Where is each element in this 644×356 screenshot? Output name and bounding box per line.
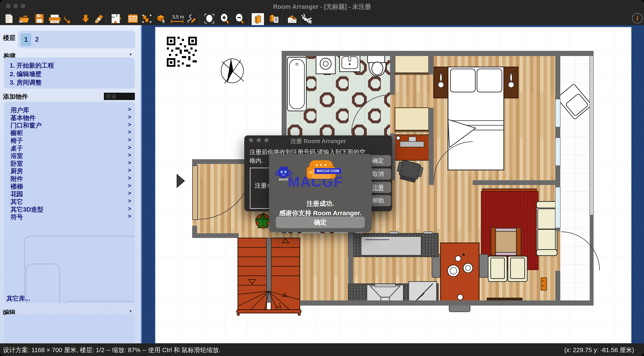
qr-code xyxy=(166,36,198,68)
success-ok-button[interactable]: 确定 xyxy=(276,217,365,228)
info-icon[interactable]: i xyxy=(632,13,643,23)
title-bar: Room Arranger - [无标题] - 未注册 xyxy=(0,0,644,12)
building-levels-icon[interactable] xyxy=(268,13,280,25)
room-plan-icon[interactable] xyxy=(110,13,122,25)
category-symbols[interactable]: 符号> xyxy=(10,213,133,221)
status-design-info: 设计方案: 1168 × 700 厘米, 楼层: 1/2 -- 缩放: 87% … xyxy=(3,346,221,355)
category-chairs[interactable]: 椅子> xyxy=(10,136,133,144)
wall-heater xyxy=(541,278,546,290)
zoom-region-icon[interactable] xyxy=(203,13,216,25)
toolbar-separator xyxy=(282,13,282,24)
washing-machine xyxy=(316,54,335,74)
sidebar: 楼层 1 2 构建 ▼ 1. 开始新的工程 2. 编辑墙壁 3. 房间调整 添加… xyxy=(0,25,142,343)
category-bathroom[interactable]: 浴室> xyxy=(10,152,133,159)
floor-tab-1[interactable]: 1 xyxy=(21,34,31,46)
mesh-wall xyxy=(590,56,594,215)
measure-icon[interactable]: 3,5 m xyxy=(170,13,184,25)
save-icon[interactable] xyxy=(33,13,46,25)
sidebar-splitter[interactable] xyxy=(141,25,142,343)
object-categories-panel: 用户库> 基本物件> 门口和窗户> 橱柜> 椅子> 桌子> 浴室> 卧室> 厨房… xyxy=(4,102,135,303)
door-panel-icon[interactable] xyxy=(251,13,264,25)
search-input[interactable]: 搜索 xyxy=(104,93,135,100)
view-3d-house-icon[interactable]: 3D xyxy=(286,13,298,25)
undo-icon[interactable] xyxy=(62,13,74,25)
register-success-dialog: MACGF MACGF MACGF.COM 注册成功. 感谢你支持 Room A… xyxy=(269,154,372,232)
category-stairs[interactable]: 楼梯> xyxy=(10,182,133,190)
floor-tab-2[interactable]: 2 xyxy=(32,34,42,45)
freehand-draw-icon[interactable] xyxy=(185,13,198,25)
coffee-table xyxy=(491,227,521,255)
sofa xyxy=(536,202,557,256)
floors-selector: 1 2 xyxy=(18,31,135,48)
wall-select-icon[interactable] xyxy=(140,13,153,25)
redo-icon[interactable] xyxy=(80,13,92,25)
room-arranger-window: Room Arranger - [无标题] - 未注册 xyxy=(0,0,644,356)
category-kitchen[interactable]: 厨房> xyxy=(10,167,133,175)
lighting-icon[interactable] xyxy=(300,13,313,25)
toolbar-separator xyxy=(106,13,106,24)
open-folder-icon[interactable] xyxy=(18,13,30,25)
armchair xyxy=(488,256,507,282)
search-placeholder: 搜索 xyxy=(104,93,117,100)
armchair xyxy=(508,256,527,282)
new-document-icon[interactable] xyxy=(3,13,15,25)
paint-brush-icon[interactable] xyxy=(93,13,105,25)
category-cabinets[interactable]: 橱柜> xyxy=(10,129,133,136)
toolbar: 3,5 m 3D MACGF MACGF.COM xyxy=(0,12,644,25)
svg-text:3,5 m: 3,5 m xyxy=(172,14,184,19)
filter-triangle-icon[interactable]: ▼ xyxy=(129,52,132,57)
success-line2: 感谢你支持 Room Arranger. xyxy=(269,209,372,218)
category-accessories[interactable]: 附件> xyxy=(10,175,133,182)
build-step-edit-walls[interactable]: 2. 编辑墙壁 xyxy=(10,70,42,78)
toolbar-separator xyxy=(199,13,200,24)
add-objects-header: 添加物件 xyxy=(3,92,28,101)
status-bar: 设计方案: 1168 × 700 厘米, 楼层: 1/2 -- 缩放: 87% … xyxy=(0,343,644,356)
category-bedroom[interactable]: 卧室> xyxy=(10,159,133,167)
windows xyxy=(555,99,560,228)
console-strip xyxy=(487,298,522,301)
macgf-cat-icon: MACGF xyxy=(275,164,292,182)
category-other[interactable]: 其它> xyxy=(10,198,133,205)
category-basic-objects[interactable]: 基本物件> xyxy=(10,114,133,121)
floors-label: 楼层 xyxy=(3,34,16,42)
filter-triangle-icon[interactable]: ▼ xyxy=(129,309,132,314)
category-user-library[interactable]: 用户库> xyxy=(10,106,133,114)
svg-text:MACGF: MACGF xyxy=(279,178,288,181)
category-doors-windows[interactable]: 门口和窗户> xyxy=(10,121,133,129)
ghost-decoration xyxy=(26,264,60,303)
ghost-decoration xyxy=(63,301,135,303)
build-step-new-project[interactable]: 1. 开始新的工程 xyxy=(10,61,54,70)
brick-wall-icon[interactable] xyxy=(127,13,139,25)
toolbar-separator xyxy=(248,13,248,24)
object-3d-move-icon[interactable] xyxy=(155,13,168,25)
zoom-out-icon[interactable] xyxy=(234,13,246,25)
macgf-ribbon: MACGF.COM xyxy=(314,168,341,174)
floor-plan-page[interactable] xyxy=(155,27,632,344)
print-icon[interactable] xyxy=(46,13,63,25)
other-libraries-link[interactable]: 其它库... xyxy=(6,294,30,303)
dialog-title: 注册 Room Arranger xyxy=(244,137,392,145)
edit-panel xyxy=(4,314,135,343)
zoom-in-icon[interactable] xyxy=(218,13,231,25)
category-other-3d[interactable]: 其它3D造型> xyxy=(10,205,133,213)
bathtub xyxy=(288,57,306,111)
status-cursor-coordinates: (x: 229.75 y: -81.56 厘米) xyxy=(564,346,634,355)
window-title: Room Arranger - [无标题] - 未注册 xyxy=(0,2,644,11)
build-step-room-adjust[interactable]: 3. 房间调整 xyxy=(10,78,42,87)
build-panel: 1. 开始新的工程 2. 编辑墙壁 3. 房间调整 xyxy=(4,57,135,89)
canvas-area xyxy=(141,25,644,343)
bed xyxy=(448,67,504,170)
category-garden[interactable]: 花园> xyxy=(10,190,133,198)
category-tables[interactable]: 桌子> xyxy=(10,144,133,152)
floor-plan-canvas[interactable] xyxy=(156,27,631,343)
success-line1: 注册成功. xyxy=(269,199,372,208)
